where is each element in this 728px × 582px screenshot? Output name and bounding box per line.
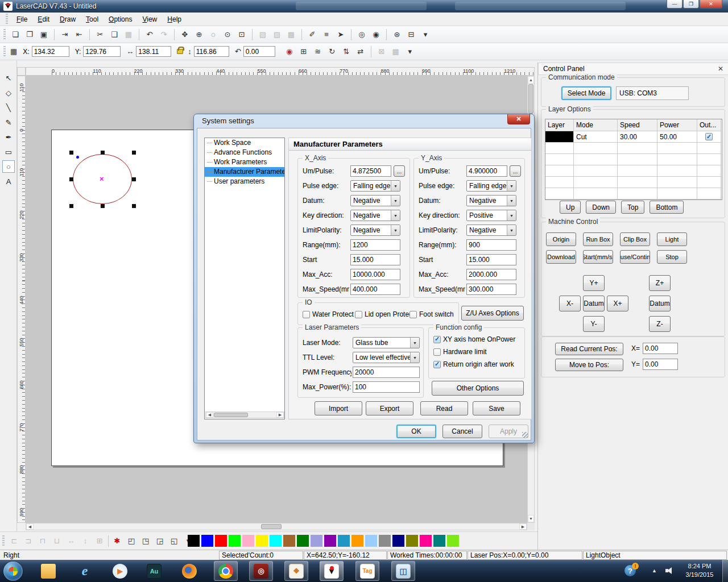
tool-hammer-icon[interactable]: ✐ (306, 28, 318, 41)
select-mode-button[interactable]: Select Mode (561, 86, 611, 100)
pwm-frequency-input[interactable] (353, 367, 420, 378)
taskbar-tag-app-icon[interactable]: Tag (355, 561, 379, 581)
palette-color-12[interactable] (351, 535, 363, 547)
jog-y-plus-button[interactable]: Y+ (583, 275, 605, 291)
water-protect-checkbox[interactable]: Water Protect (303, 310, 354, 318)
x-position-input[interactable] (32, 46, 69, 57)
selection-handle[interactable] (101, 151, 105, 155)
taskbar-ie-icon[interactable]: e (73, 561, 97, 581)
line-tool[interactable]: ╲ (2, 101, 15, 114)
limitpolarity-select[interactable]: Negative▼ (466, 225, 516, 236)
zu-axes-options-button[interactable]: Z/U Axes Options (461, 306, 524, 321)
max-acc-input[interactable] (466, 269, 516, 280)
download-button[interactable]: Download (546, 250, 576, 264)
palette-color-9[interactable] (311, 535, 322, 547)
xy-axis-home-onpower-checkbox[interactable]: XY axis home OnPower (433, 335, 515, 343)
menu-draw[interactable]: Draw (55, 13, 81, 26)
scroll-down-icon[interactable]: ▼ (528, 515, 534, 522)
new-icon[interactable]: ❏ (9, 28, 22, 41)
display-icon[interactable]: ⊟ (405, 28, 417, 41)
pulse-edge-select[interactable]: Falling edge▼ (350, 180, 400, 192)
menu-help[interactable]: Help (162, 13, 187, 26)
pause-continue-button[interactable]: Pause/Continue (620, 250, 650, 264)
dialog-close-button[interactable]: ✕ (507, 114, 530, 124)
move-to-pos-button[interactable]: Move to Pos: (555, 359, 623, 371)
jog-x-plus-button[interactable]: X+ (607, 296, 628, 311)
laser-mode-select[interactable]: Glass tube▼ (353, 337, 420, 348)
ok-button[interactable]: OK (396, 425, 436, 438)
node-edit-tool[interactable]: ◇ (2, 86, 15, 99)
run-box-button[interactable]: Run Box (583, 232, 613, 246)
menu-view[interactable]: View (137, 13, 162, 26)
tree-horizontal-scrollbar[interactable]: ◀ ▶ (205, 411, 284, 418)
down-button[interactable]: Down (586, 201, 616, 214)
palette-color-16[interactable] (406, 535, 418, 547)
taskbar-chrome-icon[interactable] (214, 561, 238, 581)
taskbar-explorer-icon[interactable] (36, 561, 60, 581)
up-button[interactable]: Up (560, 201, 581, 214)
taskbar-media-player-icon[interactable]: ▶ (108, 561, 132, 581)
globe-icon[interactable]: ⊛ (391, 28, 403, 41)
palette-color-6[interactable] (270, 535, 282, 547)
pulse-edge-select[interactable]: Falling edge▼ (466, 180, 516, 192)
save-icon[interactable]: ▣ (38, 28, 50, 41)
selection-handle[interactable] (101, 204, 105, 208)
light-button[interactable]: Light (657, 232, 687, 246)
tree-item-advance-functions[interactable]: Advance Functions (205, 148, 284, 157)
jog-y-minus-button[interactable]: Y- (583, 316, 605, 332)
menu-file[interactable]: File (11, 13, 32, 26)
palette-color-15[interactable] (392, 535, 404, 547)
anchor-bottom-left-icon[interactable]: ◱ (168, 535, 180, 547)
scrollbar-thumb[interactable] (214, 413, 248, 417)
width-input[interactable] (136, 46, 171, 57)
toolbar-overflow-icon[interactable]: ▾ (419, 28, 432, 41)
output-checkbox[interactable] (705, 133, 713, 140)
selection-handle[interactable] (69, 204, 73, 208)
palette-color-4[interactable] (242, 535, 254, 547)
datum-select[interactable]: Negative▼ (350, 195, 400, 206)
max-speed-mm-s-input[interactable] (350, 284, 400, 295)
volume-icon[interactable] (665, 567, 676, 575)
hardware-limit-checkbox[interactable]: Hardware limit (433, 348, 487, 356)
scrollbar-thumb[interactable] (261, 524, 282, 529)
max-acc-input[interactable] (350, 269, 400, 280)
palette-color-0[interactable] (188, 535, 200, 547)
jog-x-minus-button[interactable]: X- (559, 296, 581, 311)
start-input[interactable] (466, 254, 516, 265)
jog-xy-datum-button[interactable]: Datum (583, 296, 605, 311)
polyline-tool[interactable]: ✎ (2, 116, 15, 128)
taskbar-audition-icon[interactable]: Au (142, 561, 166, 581)
maximize-button[interactable]: ❐ (683, 0, 699, 9)
palette-color-7[interactable] (283, 535, 295, 547)
taskbar-lasercad-icon[interactable]: ▼ (320, 561, 344, 581)
selection-handle[interactable] (69, 177, 73, 181)
key-direction-select[interactable]: Negative▼ (350, 210, 400, 221)
bottom-button[interactable]: Bottom (650, 201, 684, 214)
zoom-all-icon[interactable]: ⊙ (221, 28, 234, 41)
scrollbar-thumb[interactable] (528, 84, 533, 114)
menu-tool[interactable]: Tool (81, 13, 104, 26)
foot-switch-checkbox[interactable]: Foot switch (410, 310, 454, 318)
control-panel-close-icon[interactable]: ✕ (718, 65, 723, 73)
curve-node-icon[interactable]: ◉ (370, 28, 382, 41)
export-button[interactable]: Export (366, 401, 413, 415)
pan-icon[interactable]: ✥ (179, 28, 191, 41)
max-speed-mm-s-input[interactable] (466, 284, 516, 295)
height-input[interactable] (194, 46, 229, 57)
palette-color-2[interactable] (215, 535, 227, 547)
tray-expand-icon[interactable]: ▲ (652, 568, 657, 573)
copy-icon[interactable]: ❑ (108, 28, 121, 41)
browse-ellipsis-button[interactable]: ... (510, 165, 521, 177)
toolbar-overflow-icon[interactable]: ▾ (404, 45, 416, 58)
start-button[interactable] (3, 562, 23, 581)
close-button[interactable]: ✕ (700, 0, 722, 9)
horizontal-scrollbar[interactable]: ◀ ▶ (26, 523, 527, 530)
rotation-input[interactable] (243, 46, 275, 57)
scroll-up-icon[interactable]: ▲ (528, 76, 534, 84)
flip-horizontal-icon[interactable]: ⇄ (354, 45, 367, 58)
cancel-button[interactable]: Cancel (442, 425, 482, 438)
palette-color-10[interactable] (324, 535, 336, 547)
palette-color-13[interactable] (365, 535, 377, 547)
palette-color-5[interactable] (256, 535, 268, 547)
limitpolarity-select[interactable]: Negative▼ (350, 225, 400, 236)
